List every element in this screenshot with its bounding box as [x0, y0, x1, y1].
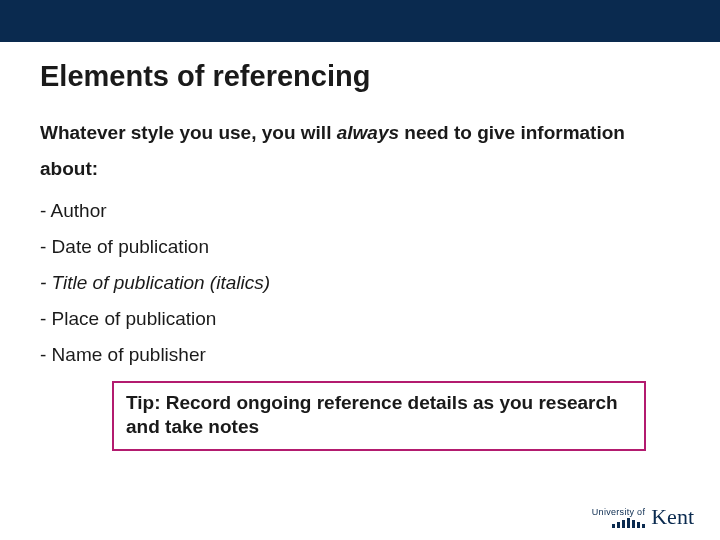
slide-title: Elements of referencing: [40, 60, 680, 93]
intro-pre: Whatever style you use, you will: [40, 122, 337, 143]
tip-text: Tip: Record ongoing reference details as…: [126, 391, 632, 439]
logo-university-of: University of: [592, 507, 645, 517]
list-item-text: - Date of publication: [40, 236, 209, 257]
logo-mark: University of: [592, 507, 645, 528]
list-item-text: - Author: [40, 200, 107, 221]
logo-bars-icon: [612, 518, 645, 528]
list-item: - Author: [40, 201, 680, 220]
list-item: - Name of publisher: [40, 345, 680, 364]
element-list: - Author - Date of publication - Title o…: [40, 201, 680, 364]
tip-box: Tip: Record ongoing reference details as…: [112, 381, 646, 451]
header-bar: [0, 0, 720, 42]
logo-kent: Kent: [651, 506, 694, 528]
list-item: - Title of publication (italics): [40, 273, 680, 292]
slide-content: Elements of referencing Whatever style y…: [0, 42, 720, 451]
list-item-text: - Name of publisher: [40, 344, 206, 365]
list-item-text: - Place of publication: [40, 308, 216, 329]
list-item: - Date of publication: [40, 237, 680, 256]
list-item-text: - Title of publication (italics): [40, 272, 270, 293]
list-item: - Place of publication: [40, 309, 680, 328]
intro-emph: always: [337, 122, 399, 143]
intro-text: Whatever style you use, you will always …: [40, 115, 680, 187]
university-logo: University of Kent: [592, 506, 694, 528]
